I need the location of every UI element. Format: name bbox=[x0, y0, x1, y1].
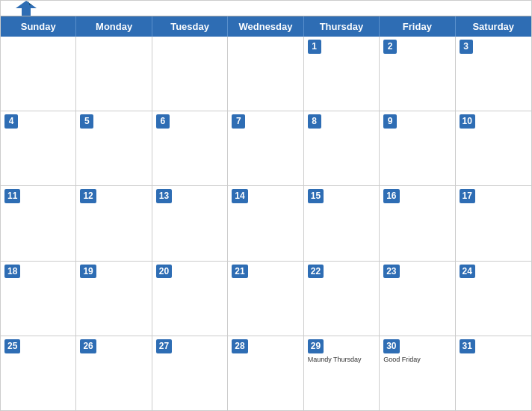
day-cell: 27 bbox=[152, 336, 228, 410]
day-number: 8 bbox=[308, 114, 321, 129]
day-number: 6 bbox=[156, 114, 170, 129]
calendar-grid: SundayMondayTuesdayWednesdayThursdayFrid… bbox=[1, 16, 531, 410]
day-cell: 1 bbox=[304, 37, 380, 111]
day-cell: 10 bbox=[456, 111, 531, 185]
day-number: 25 bbox=[4, 339, 20, 353]
day-number: 24 bbox=[460, 265, 475, 279]
day-number: 27 bbox=[156, 339, 172, 353]
calendar-container: SundayMondayTuesdayWednesdayThursdayFrid… bbox=[0, 0, 532, 411]
day-cell: 22 bbox=[304, 262, 380, 336]
day-number: 23 bbox=[383, 265, 399, 279]
day-number: 3 bbox=[460, 40, 473, 54]
day-header-saturday: Saturday bbox=[456, 16, 531, 37]
day-number: 4 bbox=[4, 114, 18, 129]
day-cell: 17 bbox=[456, 186, 531, 260]
day-cell: 15 bbox=[304, 186, 380, 260]
day-number: 18 bbox=[4, 265, 20, 279]
day-header-tuesday: Tuesday bbox=[152, 16, 228, 37]
day-cell: 8 bbox=[304, 111, 380, 185]
day-header-sunday: Sunday bbox=[1, 16, 76, 37]
day-number: 16 bbox=[383, 189, 399, 203]
day-header-thursday: Thursday bbox=[304, 16, 380, 37]
week-row-3: 11121314151617 bbox=[1, 185, 531, 260]
day-number: 21 bbox=[232, 265, 247, 279]
day-number: 10 bbox=[460, 114, 475, 129]
day-cell: 24 bbox=[456, 262, 531, 336]
day-cell bbox=[76, 37, 152, 111]
day-number: 5 bbox=[80, 114, 93, 129]
day-headers: SundayMondayTuesdayWednesdayThursdayFrid… bbox=[1, 16, 531, 37]
day-number: 1 bbox=[308, 40, 321, 54]
day-cell: 20 bbox=[152, 262, 228, 336]
day-number: 20 bbox=[156, 265, 172, 279]
day-cell: 5 bbox=[76, 111, 152, 185]
day-cell: 28 bbox=[228, 336, 303, 410]
day-cell: 2 bbox=[380, 37, 455, 111]
week-row-1: 123 bbox=[1, 37, 531, 111]
day-cell bbox=[228, 37, 303, 111]
day-cell: 19 bbox=[76, 262, 152, 336]
week-row-5: 2526272829Maundy Thursday30Good Friday31 bbox=[1, 336, 531, 410]
day-number: 17 bbox=[460, 189, 475, 203]
day-cell bbox=[152, 37, 228, 111]
day-number: 19 bbox=[80, 265, 96, 279]
day-cell: 11 bbox=[1, 186, 76, 260]
day-header-monday: Monday bbox=[76, 16, 152, 37]
day-cell: 25 bbox=[1, 336, 76, 410]
day-header-wednesday: Wednesday bbox=[228, 16, 303, 37]
day-cell: 29Maundy Thursday bbox=[304, 336, 380, 410]
day-number: 22 bbox=[308, 265, 324, 279]
day-cell: 31 bbox=[456, 336, 531, 410]
weeks: 1234567891011121314151617181920212223242… bbox=[1, 37, 531, 410]
day-cell: 6 bbox=[152, 111, 228, 185]
day-cell: 14 bbox=[228, 186, 303, 260]
day-number: 13 bbox=[156, 189, 172, 203]
holiday-name: Maundy Thursday bbox=[308, 356, 375, 364]
svg-marker-0 bbox=[16, 1, 37, 16]
logo bbox=[16, 0, 40, 17]
calendar-header bbox=[1, 1, 531, 16]
day-number: 28 bbox=[232, 339, 247, 353]
day-cell: 21 bbox=[228, 262, 303, 336]
day-cell: 9 bbox=[380, 111, 455, 185]
day-cell: 30Good Friday bbox=[380, 336, 455, 410]
day-cell: 16 bbox=[380, 186, 455, 260]
day-cell: 12 bbox=[76, 186, 152, 260]
day-cell: 7 bbox=[228, 111, 303, 185]
day-cell: 4 bbox=[1, 111, 76, 185]
day-cell bbox=[1, 37, 76, 111]
day-number: 12 bbox=[80, 189, 96, 203]
day-cell: 3 bbox=[456, 37, 531, 111]
day-cell: 26 bbox=[76, 336, 152, 410]
week-row-4: 18192021222324 bbox=[1, 261, 531, 336]
day-number: 9 bbox=[383, 114, 397, 129]
day-number: 29 bbox=[308, 339, 324, 353]
day-cell: 23 bbox=[380, 262, 455, 336]
day-number: 7 bbox=[232, 114, 245, 129]
day-header-friday: Friday bbox=[380, 16, 455, 37]
day-number: 30 bbox=[383, 339, 399, 353]
logo-icon bbox=[16, 0, 37, 17]
week-row-2: 45678910 bbox=[1, 111, 531, 185]
day-number: 14 bbox=[232, 189, 247, 203]
day-number: 11 bbox=[4, 189, 20, 203]
holiday-name: Good Friday bbox=[383, 356, 451, 364]
day-number: 26 bbox=[80, 339, 96, 353]
day-number: 2 bbox=[383, 40, 397, 54]
day-number: 31 bbox=[460, 339, 475, 353]
day-number: 15 bbox=[308, 189, 324, 203]
day-cell: 13 bbox=[152, 186, 228, 260]
day-cell: 18 bbox=[1, 262, 76, 336]
